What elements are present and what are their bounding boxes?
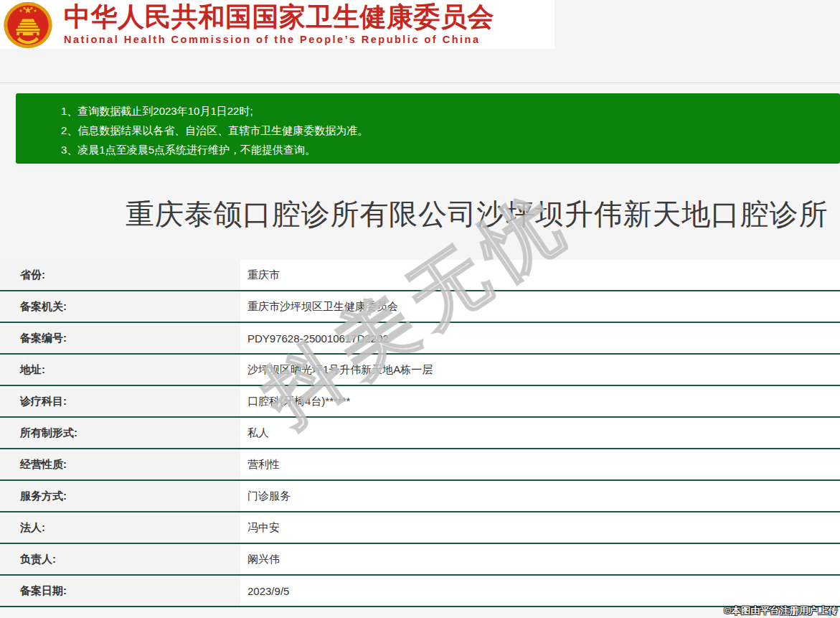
header-banner: 中华人民共和国国家卫生健康委员会 National Health Commiss… xyxy=(0,0,555,49)
field-label: 诊疗科目: xyxy=(0,386,240,416)
record-title: 重庆泰颌口腔诊所有限公司沙坪坝升伟新天地口腔诊所 xyxy=(126,195,828,234)
field-value: 重庆市 xyxy=(240,260,840,290)
header-title-en: National Health Commission of the People… xyxy=(64,34,494,45)
header-titles: 中华人民共和国国家卫生健康委员会 National Health Commiss… xyxy=(64,4,494,45)
table-row: 诊疗科目: 口腔科(牙椅4台)****** xyxy=(0,386,840,418)
table-row: 省份: 重庆市 xyxy=(0,260,840,291)
field-label: 所有制形式: xyxy=(0,418,240,448)
notice-line-2: 2、信息数据结果以各省、自治区、直辖市卫生健康委数据为准。 xyxy=(61,121,840,140)
field-value: 门诊服务 xyxy=(240,481,840,511)
header-title-cn: 中华人民共和国国家卫生健康委员会 xyxy=(64,4,494,32)
record-table: 省份: 重庆市 备案机关: 重庆市沙坪坝区卫生健康委员会 备案编号: PDY97… xyxy=(0,260,840,607)
field-value: 沙坪坝区晒光坪1号升伟新天地A栋一层 xyxy=(240,355,840,385)
field-label: 服务方式: xyxy=(0,481,240,511)
header-divider xyxy=(0,83,840,83)
field-label: 地址: xyxy=(0,355,240,385)
field-value: 2023/9/5 xyxy=(240,576,840,606)
field-value: 私人 xyxy=(240,418,840,448)
field-value: 重庆市沙坪坝区卫生健康委员会 xyxy=(240,291,840,322)
table-row: 备案编号: PDY97628-250010617D2202 xyxy=(0,323,840,355)
notice-line-3: 3、凌晨1点至凌晨5点系统进行维护，不能提供查询。 xyxy=(61,140,840,159)
table-row: 备案日期: 2023/9/5 xyxy=(0,576,840,607)
table-row: 地址: 沙坪坝区晒光坪1号升伟新天地A栋一层 xyxy=(0,355,840,386)
notice-line-1: 1、查询数据截止到2023年10月1日22时; xyxy=(61,101,840,121)
table-row: 所有制形式: 私人 xyxy=(0,418,840,449)
field-label: 经营性质: xyxy=(0,449,240,479)
field-value: 阚兴伟 xyxy=(240,544,840,574)
upload-credit: ©本图由平台注册用户上传 xyxy=(724,604,838,617)
field-value: 冯中安 xyxy=(240,512,840,543)
field-value: 口腔科(牙椅4台)****** xyxy=(240,386,840,416)
field-label: 法人: xyxy=(0,512,240,543)
notice-box: 1、查询数据截止到2023年10月1日22时; 2、信息数据结果以各省、自治区、… xyxy=(16,93,840,164)
table-row: 备案机关: 重庆市沙坪坝区卫生健康委员会 xyxy=(0,291,840,323)
field-value: 营利性 xyxy=(240,449,840,479)
table-row: 服务方式: 门诊服务 xyxy=(0,481,840,512)
national-emblem-icon xyxy=(2,1,54,49)
table-row: 经营性质: 营利性 xyxy=(0,449,840,481)
field-label: 备案编号: xyxy=(0,323,240,353)
field-label: 省份: xyxy=(0,260,240,290)
field-label: 备案日期: xyxy=(0,576,240,606)
table-row: 法人: 冯中安 xyxy=(0,512,840,544)
field-label: 负责人: xyxy=(0,544,240,574)
field-value: PDY97628-250010617D2202 xyxy=(240,323,840,353)
table-row: 负责人: 阚兴伟 xyxy=(0,544,840,576)
field-label: 备案机关: xyxy=(0,291,240,322)
